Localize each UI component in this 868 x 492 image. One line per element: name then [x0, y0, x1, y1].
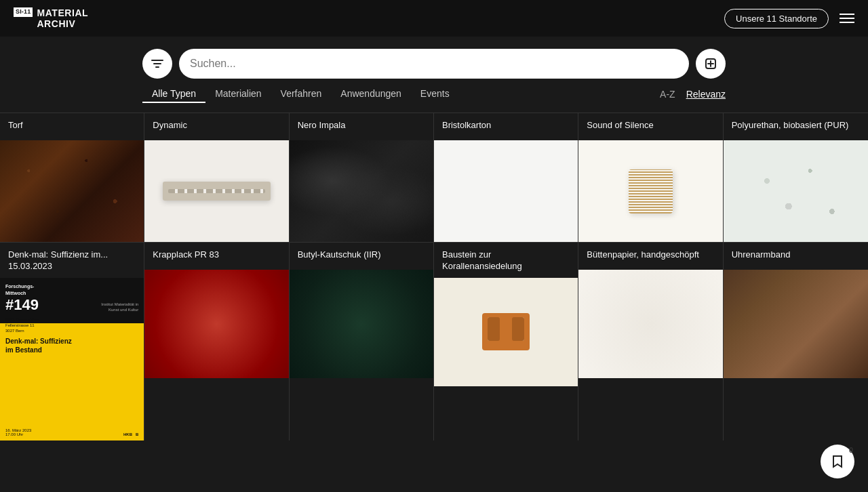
hamburger-line	[840, 18, 854, 19]
tab-alle-typen[interactable]: Alle Typen	[142, 85, 205, 103]
event-series-line1: Forschungs-	[5, 283, 138, 290]
filter-button[interactable]	[142, 49, 172, 79]
cell-image-event: Forschungs- Mittwoch #149 Institut Mater…	[0, 278, 144, 440]
event-poster: Forschungs- Mittwoch #149 Institut Mater…	[0, 278, 144, 440]
search-input-wrap[interactable]	[179, 49, 689, 79]
header-right: Unsere 11 Standorte	[724, 9, 854, 28]
bookmark-icon	[830, 454, 845, 469]
grid-row-1: Torf Dynamic Nero Impala Bristolkart	[0, 112, 868, 242]
cell-image-butyl	[290, 270, 433, 378]
logo[interactable]: SI-11 MATERIAL ARCHIV	[14, 7, 88, 29]
tab-verfahren[interactable]: Verfahren	[271, 85, 332, 103]
sort-relevanz[interactable]: Relevanz	[686, 89, 726, 100]
bookmark-button[interactable]: 0	[821, 445, 854, 478]
grid-cell-uhr[interactable]: Uhrenarmband	[724, 243, 868, 440]
grid-cell-sound[interactable]: Sound of Silence	[578, 113, 723, 242]
event-date: 16. März 202317.00 Uhr	[5, 428, 31, 436]
cell-thumbnail-pur	[724, 140, 868, 242]
cell-title-bristol: Bristolkarton	[434, 113, 578, 140]
cell-image-bristol	[434, 140, 578, 242]
cell-thumbnail-uhr	[724, 270, 868, 378]
cell-title-torf: Torf	[0, 113, 144, 140]
search-input[interactable]	[190, 58, 678, 70]
grid-cell-torf[interactable]: Torf	[0, 113, 144, 242]
add-button[interactable]	[696, 49, 726, 79]
cell-image-nero	[290, 140, 433, 242]
cell-thumbnail-bristol	[434, 140, 578, 242]
cell-title-event: Denk-mal: Suffizienz im... 15.03.2023	[0, 243, 144, 278]
cell-title-krapplack: Krapplack PR 83	[144, 243, 288, 270]
event-location: HKB, Grosser AulaFellerstrasse 113027 Be…	[5, 316, 138, 333]
add-icon	[704, 57, 717, 70]
cell-thumbnail-sound	[578, 140, 722, 242]
logo-line2: ARCHIV	[37, 18, 88, 29]
grid-cell-event[interactable]: Denk-mal: Suffizienz im... 15.03.2023 Fo…	[0, 243, 144, 440]
cell-title-butten: Büttenpapier, handgeschöpft	[578, 243, 722, 270]
cell-image-dynamic	[144, 140, 288, 242]
logo-badge: SI-11	[14, 7, 33, 17]
grid-cell-baustein[interactable]: Baustein zur Korallenansiedelung	[434, 243, 578, 440]
cell-thumbnail-butyl	[290, 270, 433, 378]
event-subtext: Institut Materialität inKunst und Kultur	[101, 302, 138, 313]
search-row	[142, 49, 726, 79]
cell-image-uhr	[724, 270, 868, 378]
cell-image-baustein	[434, 278, 578, 386]
grid-cell-dynamic[interactable]: Dynamic	[144, 113, 289, 242]
search-section: Alle Typen Materialien Verfahren Anwendu…	[0, 37, 868, 103]
cell-thumbnail-torf	[0, 140, 144, 242]
grid-cell-bristol[interactable]: Bristolkarton	[434, 113, 578, 242]
cell-title-sound: Sound of Silence	[578, 113, 722, 140]
cell-image-pur	[724, 140, 868, 242]
grid-cell-nero[interactable]: Nero Impala	[290, 113, 434, 242]
grid-cell-krapplack[interactable]: Krapplack PR 83	[144, 243, 289, 440]
cell-image-butten	[578, 270, 722, 378]
event-header: Forschungs- Mittwoch	[5, 283, 138, 297]
event-series-line2: Mittwoch	[5, 290, 138, 297]
grid-cell-pur[interactable]: Polyurethan, biobasiert (PUR)	[724, 113, 868, 242]
cell-image-krapplack	[144, 270, 288, 378]
cell-thumbnail-butten	[578, 270, 722, 378]
cell-title-dynamic: Dynamic	[144, 113, 288, 140]
tab-events[interactable]: Events	[411, 85, 459, 103]
nav-right: A-Z Relevanz	[660, 89, 726, 100]
standorte-button[interactable]: Unsere 11 Standorte	[724, 9, 829, 28]
cell-image-sound	[578, 140, 722, 242]
logo-text: MATERIAL ARCHIV	[37, 7, 88, 29]
cell-thumbnail-dynamic	[144, 140, 288, 242]
cell-thumbnail-nero	[290, 140, 433, 242]
grid-row-2: Denk-mal: Suffizienz im... 15.03.2023 Fo…	[0, 242, 868, 440]
hamburger-line	[840, 14, 854, 15]
tab-anwendungen[interactable]: Anwendungen	[331, 85, 411, 103]
event-number: #149	[5, 298, 39, 312]
event-logo: HKB B	[123, 432, 138, 436]
nav-left: Alle Typen Materialien Verfahren Anwendu…	[142, 85, 459, 103]
cell-title-baustein: Baustein zur Korallenansiedelung	[434, 243, 578, 278]
grid-section: Torf Dynamic Nero Impala Bristolkart	[0, 112, 868, 440]
tab-materialien[interactable]: Materialien	[205, 85, 271, 103]
cell-title-pur: Polyurethan, biobasiert (PUR)	[724, 113, 868, 140]
sort-az[interactable]: A-Z	[660, 89, 675, 100]
logo-line1: MATERIAL	[37, 7, 88, 18]
filter-icon	[151, 57, 164, 70]
event-yellow-title: Denk-mal: Suffizienzim Bestand	[5, 337, 138, 354]
cell-title-uhr: Uhrenarmband	[724, 243, 868, 270]
cell-image-torf	[0, 140, 144, 242]
bookmark-count: 0	[849, 446, 853, 454]
grid-cell-butten[interactable]: Büttenpapier, handgeschöpft	[578, 243, 723, 440]
hamburger-menu[interactable]	[840, 14, 854, 23]
hamburger-line	[840, 22, 854, 23]
cell-title-nero: Nero Impala	[290, 113, 433, 140]
header: SI-11 MATERIAL ARCHIV Unsere 11 Standort…	[0, 0, 868, 37]
grid-cell-butyl[interactable]: Butyl-Kautschuk (IIR)	[290, 243, 434, 440]
nav-tabs: Alle Typen Materialien Verfahren Anwendu…	[142, 85, 726, 103]
cell-thumbnail-baustein	[434, 278, 578, 386]
cell-thumbnail-krapplack	[144, 270, 288, 378]
cell-title-butyl: Butyl-Kautschuk (IIR)	[290, 243, 433, 270]
event-footer: 16. März 202317.00 Uhr HKB B	[5, 428, 138, 436]
